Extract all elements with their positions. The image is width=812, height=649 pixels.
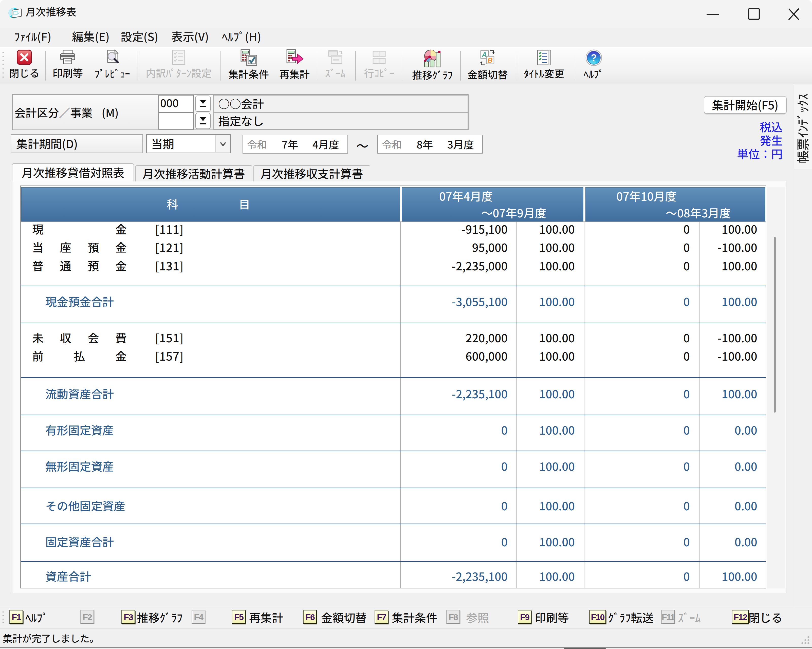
svg-text:?: ? xyxy=(591,52,597,63)
svg-text:B: B xyxy=(488,56,493,64)
